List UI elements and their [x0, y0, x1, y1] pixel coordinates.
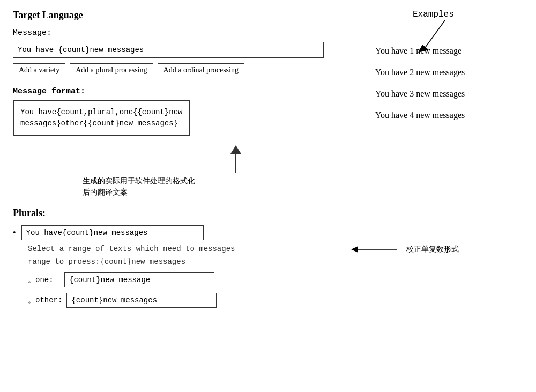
range-process-text: range to proess:{count}new messages	[28, 257, 352, 266]
one-plural-row: 。one:	[28, 272, 352, 287]
add-plural-button[interactable]: Add a plural processing	[70, 63, 153, 77]
example-item-4: You have 4 new messages	[375, 110, 525, 120]
other-plural-row: 。other:	[28, 293, 352, 308]
add-variety-button[interactable]: Add a variety	[13, 63, 65, 77]
format-line1: You have{count,plural,one{{count}new	[20, 108, 182, 116]
left-arrow-icon	[348, 241, 402, 257]
svg-line-0	[423, 20, 445, 50]
example-item-3: You have 3 new messages	[375, 89, 525, 99]
format-label: Message format:	[13, 87, 352, 96]
format-section: Message format: You have{count,plural,on…	[13, 87, 352, 198]
plural-item-container: •	[13, 225, 352, 240]
svg-marker-3	[351, 246, 358, 253]
arrow-line	[235, 154, 236, 173]
other-label: 。other:	[28, 295, 62, 305]
plurals-title: Plurals:	[13, 208, 352, 219]
format-line2: messages}other{{count}new messages}	[20, 119, 178, 128]
example-item-2: You have 2 new messages	[375, 68, 525, 77]
right-annotation-text: 校正单复数形式	[406, 245, 459, 254]
examples-arrow-icon	[402, 15, 466, 58]
plurals-section: Plurals: • Select a range of texts which…	[13, 208, 352, 308]
select-range-text: Select a range of texts which need to me…	[28, 245, 352, 253]
right-annotation-container: 校正单复数形式	[348, 241, 459, 257]
one-input[interactable]	[64, 272, 214, 287]
left-panel: Target Language Message: Add a variety A…	[0, 0, 364, 392]
bullet-icon: •	[13, 228, 16, 238]
message-input[interactable]	[13, 42, 324, 58]
svg-marker-1	[418, 45, 429, 53]
format-annotation: 生成的实际用于软件处理的格式化后的翻译文案	[83, 175, 200, 198]
plural-main-input[interactable]	[21, 225, 204, 240]
one-label: 。one:	[28, 275, 60, 285]
other-input[interactable]	[66, 293, 217, 308]
add-ordinal-button[interactable]: Add a ordinal processing	[158, 63, 244, 77]
message-label: Message:	[13, 28, 352, 38]
examples-section: Examples You have 1 new message You have…	[375, 10, 525, 120]
page-title: Target Language	[13, 10, 352, 21]
up-arrow-icon	[230, 145, 241, 154]
message-format-box: You have{count,plural,one{{count}new mes…	[13, 100, 190, 136]
right-panel: Examples You have 1 new message You have…	[364, 0, 536, 392]
button-row: Add a variety Add a plural processing Ad…	[13, 63, 352, 77]
